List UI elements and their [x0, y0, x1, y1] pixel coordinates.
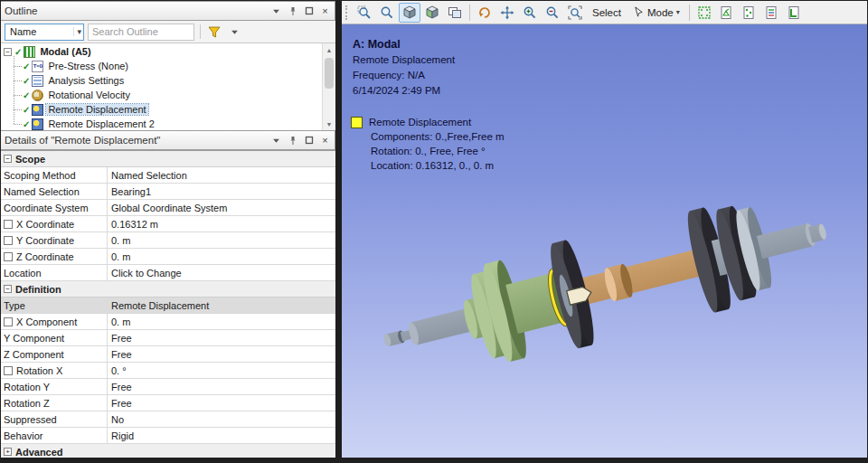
mode-button[interactable]: Mode ▾: [627, 3, 685, 23]
zoom-icon[interactable]: [376, 3, 398, 23]
details-row-x-component[interactable]: X Component0. m: [1, 314, 335, 330]
pane-menu-chevron-icon[interactable]: [270, 135, 282, 146]
property-value[interactable]: Rigid: [108, 428, 335, 443]
property-value[interactable]: Remote Displacement: [108, 298, 335, 313]
viewports-icon[interactable]: [444, 3, 466, 23]
isometric-view-icon[interactable]: [399, 3, 420, 23]
details-row-x-coordinate[interactable]: X Coordinate0.16312 m: [1, 216, 335, 232]
property-label: Named Selection: [4, 186, 80, 197]
details-row-y-component[interactable]: Y ComponentFree: [1, 330, 335, 346]
collapse-icon[interactable]: −: [4, 48, 12, 56]
scroll-down-icon[interactable]: ▼: [323, 118, 335, 130]
details-section-advanced[interactable]: +Advanced: [1, 444, 335, 458]
collapse-icon[interactable]: −: [4, 285, 12, 293]
details-row-rotation-z[interactable]: Rotation ZFree: [1, 395, 335, 411]
outline-toolbar: Name ▾: [1, 21, 335, 43]
tree-item-remote-displacement[interactable]: ✓Remote Displacement: [10, 102, 335, 117]
details-row-named-selection[interactable]: Named SelectionBearing1: [1, 184, 335, 200]
details-row-z-coordinate[interactable]: Z Coordinate0. m: [1, 249, 335, 265]
tree-item-analysis-settings[interactable]: ✓Analysis Settings: [10, 73, 335, 88]
maximize-icon[interactable]: [303, 135, 315, 146]
viewport-3d[interactable]: A: Modal Remote Displacement Frequency: …: [342, 24, 867, 458]
scroll-up-icon[interactable]: ▲: [323, 43, 335, 56]
parameter-checkbox[interactable]: [4, 236, 13, 245]
details-row-coordinate-system[interactable]: Coordinate SystemGlobal Coordinate Syste…: [1, 200, 335, 216]
panel-splitter[interactable]: [335, 1, 342, 458]
search-input[interactable]: [88, 24, 194, 41]
property-value[interactable]: Free: [108, 330, 335, 345]
rotate-icon[interactable]: [474, 3, 495, 23]
parameter-checkbox[interactable]: [4, 252, 13, 261]
tree-item-rotational-velocity[interactable]: ✓Rotational Velocity: [10, 88, 335, 102]
property-label: Rotation Z: [4, 398, 50, 409]
filter-chevron-icon[interactable]: [226, 24, 242, 40]
box-zoom-icon[interactable]: [354, 3, 375, 23]
details-row-location[interactable]: LocationClick to Change: [1, 265, 335, 281]
check-icon: ✓: [23, 119, 30, 129]
details-row-rotation-y[interactable]: Rotation YFree: [1, 379, 335, 395]
remote-displacement-icon: [32, 104, 43, 116]
details-row-type[interactable]: TypeRemote Displacement: [1, 298, 335, 314]
collapse-icon[interactable]: −: [4, 155, 12, 163]
details-row-suppressed[interactable]: SuppressedNo: [1, 411, 335, 428]
tree-item-pre-stress-none[interactable]: ✓Pre-Stress (None): [10, 59, 335, 73]
parameter-checkbox[interactable]: [4, 366, 13, 375]
thick-edges-icon[interactable]: [784, 3, 806, 23]
edge-coloring-icon[interactable]: [761, 3, 783, 23]
property-value[interactable]: Global Coordinate System: [108, 200, 335, 215]
filter-funnel-icon[interactable]: [206, 24, 222, 40]
property-value[interactable]: Free: [108, 395, 335, 411]
tree-item-remote-displacement-2[interactable]: ✓Remote Displacement 2: [10, 117, 335, 130]
property-value[interactable]: 0. m: [108, 249, 335, 264]
property-label: Z Component: [4, 349, 64, 360]
zoom-out-icon[interactable]: [542, 3, 563, 23]
section-label: Definition: [15, 284, 61, 295]
pin-icon[interactable]: [287, 5, 298, 17]
maximize-icon[interactable]: [303, 5, 315, 17]
property-label: Location: [4, 268, 42, 279]
details-row-y-coordinate[interactable]: Y Coordinate0. m: [1, 232, 335, 249]
zoom-fit-icon[interactable]: [564, 3, 586, 23]
scrollbar-track[interactable]: [323, 56, 335, 118]
toolbar-grip[interactable]: [345, 5, 350, 20]
pan-icon[interactable]: [496, 3, 518, 23]
property-value[interactable]: No: [108, 411, 335, 427]
tree-scrollbar[interactable]: ▲ ▼: [322, 43, 335, 130]
details-row-scoping-method[interactable]: Scoping MethodNamed Selection: [1, 167, 335, 184]
property-value[interactable]: Bearing1: [108, 184, 335, 199]
zoom-in-icon[interactable]: [519, 3, 541, 23]
pin-icon[interactable]: [287, 135, 298, 146]
parameter-checkbox[interactable]: [4, 220, 13, 229]
scrollbar-thumb[interactable]: [325, 58, 334, 89]
details-title: Details of "Remote Displacement": [5, 135, 270, 146]
details-section-scope[interactable]: −Scope: [1, 151, 335, 167]
parameter-checkbox[interactable]: [4, 317, 13, 326]
details-row-behavior[interactable]: BehaviorRigid: [1, 428, 335, 444]
wireframe-icon[interactable]: [716, 3, 738, 23]
property-value[interactable]: Free: [108, 379, 335, 394]
name-filter-dropdown[interactable]: Name ▾: [5, 24, 84, 41]
property-value[interactable]: Named Selection: [108, 167, 335, 183]
property-value[interactable]: 0.16312 m: [108, 216, 335, 232]
expand-icon[interactable]: +: [4, 448, 12, 456]
close-icon[interactable]: ×: [319, 135, 331, 146]
show-vertices-icon[interactable]: [739, 3, 760, 23]
property-value[interactable]: Click to Change: [108, 265, 335, 280]
selection-filter-grid-icon[interactable]: [693, 3, 715, 23]
property-value[interactable]: 0. m: [108, 314, 335, 329]
property-value[interactable]: 0. °: [108, 363, 335, 378]
pane-menu-chevron-icon[interactable]: [270, 5, 282, 17]
annotation-line: Frequency: N/A: [353, 68, 455, 83]
tree-item-modal-a5[interactable]: − ✓ Modal (A5): [4, 44, 335, 59]
close-icon[interactable]: ×: [319, 5, 331, 17]
property-label: Suppressed: [4, 414, 57, 425]
property-value[interactable]: 0. m: [108, 232, 335, 248]
details-row-z-component[interactable]: Z ComponentFree: [1, 346, 335, 363]
property-value[interactable]: Free: [108, 346, 335, 362]
details-section-definition[interactable]: −Definition: [1, 281, 335, 298]
details-row-rotation-x[interactable]: Rotation X0. °: [1, 363, 335, 379]
select-button[interactable]: Select: [587, 3, 627, 23]
look-at-face-icon[interactable]: [421, 3, 443, 23]
legend-swatch: [351, 117, 363, 128]
chevron-down-icon: ▾: [676, 8, 680, 16]
